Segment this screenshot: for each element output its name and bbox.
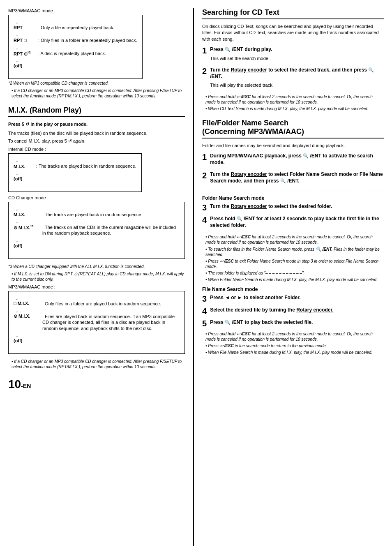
folder-bullet-1: Press and hold ↩ /ESC for at least 2 sec…: [205, 234, 384, 245]
mp3-mix-row1: □ M.I.X. : Only files in a folder are pl…: [14, 301, 161, 307]
right-column: Searching for CD Text On discs utilizing…: [193, 8, 384, 546]
cd-text-bullet-1: Press and hold ↩ /ESC for at least 2 sec…: [205, 94, 384, 105]
arrow-down-3: ↓: [14, 44, 18, 51]
folder-step4-title: Press hold 🔍 /ENT for at least 2 seconds…: [210, 216, 384, 229]
folder-step-4: 4 Press hold 🔍 /ENT for at least 2 secon…: [202, 216, 384, 231]
folder-bullet-4: The root folder is displayed as "– – – –…: [205, 270, 384, 276]
mix-title: M.I.X. (Random Play): [8, 106, 185, 117]
folder-bullet-5: When Folder Name Search is made during M…: [205, 277, 384, 282]
rpt-row-off: (off): [14, 63, 38, 68]
page-number: 10-EN: [8, 378, 185, 391]
cd-changer-diagram: ↓ M.I.X. : The tracks are played back in…: [8, 202, 185, 259]
dashed-divider: [202, 191, 384, 191]
ff-step-1: 1 During MP3/WMA/AAC playback, press 🔍 /…: [202, 153, 384, 168]
cd-text-step-1: 1 Press 🔍 /ENT during play. This will se…: [202, 46, 384, 64]
cd-text-step2-desc: This will play the selected track.: [210, 82, 384, 88]
folder-bullet-3: Press ↩ /ESC to exit Folder Name Search …: [205, 259, 384, 269]
file-folder-section: File/Folder Name Search (Concerning MP3/…: [202, 119, 384, 355]
arrow-down-4: ↓: [14, 57, 18, 63]
file-folder-intro: Folder and file names may be searched an…: [202, 143, 384, 149]
arrow-down-2: ↓: [14, 31, 18, 37]
mp3-rpt-section: MP3/WMA/AAC mode : ↓ RPT : Only a file i…: [8, 8, 185, 99]
cd-text-step1-title: Press 🔍 /ENT during play.: [210, 46, 384, 53]
cd-text-step2-title: Turn the Rotary encoder to select the de…: [210, 67, 384, 80]
file-step5-title: Press 🔍 /ENT to play back the selected f…: [210, 319, 384, 326]
footnote-2: *2 When an MP3 compatible CD changer is …: [8, 81, 185, 86]
footnote-3: *3 When a CD changer equipped with the A…: [8, 264, 185, 270]
mix-cancel-text: To cancel M.I.X. play, press 5 ↺ again.: [8, 138, 185, 144]
file-bullet-1: Press and hold ↩ /ESC for at least 2 sec…: [205, 331, 384, 342]
cd-text-step1-desc: This will set the search mode.: [210, 55, 384, 61]
file-step-5: 5 Press 🔍 /ENT to play back the selected…: [202, 319, 384, 328]
mix-section: M.I.X. (Random Play) Press 5 ↺ in the pl…: [8, 106, 185, 369]
cd-text-intro: On discs utilizing CD Text, songs can be…: [202, 23, 384, 42]
file-bullets: Press and hold ↩ /ESC for at least 2 sec…: [205, 331, 384, 355]
file-bullet-2: Press ↩ /ESC in the search mode to retur…: [205, 343, 384, 349]
internal-cd-diagram: ↓ M.I.X. : The tracks are played back in…: [8, 153, 142, 192]
mix-footnote3-bullet: If M.I.X. is set to ON during RPT ⊙ (REP…: [12, 271, 185, 282]
rpt-row-1: RPT : Only a file is repeatedly played b…: [14, 25, 114, 30]
cd-text-section: Searching for CD Text On discs utilizing…: [202, 8, 384, 111]
mix-intro-step: Press 5 ↺ in the play or pause mode.: [8, 121, 185, 127]
mix-intro-desc: The tracks (files) on the disc will be p…: [8, 130, 185, 136]
ff-step-2: 2 Turn the Rotary encoder to select Fold…: [202, 171, 384, 187]
cd-off-row: (off): [14, 243, 38, 248]
mp3-off-row: (off): [14, 338, 38, 343]
mp3-mode-label-2: MP3/WMA/AAC mode :: [8, 284, 185, 289]
folder-bullet-2: To search for files in the Folder Name S…: [205, 246, 384, 257]
internal-cd-label: Internal CD mode :: [8, 147, 185, 152]
mix-bottom-bullet: If a CD changer or an MP3 compatible CD …: [12, 359, 185, 369]
file-name-heading: File Name Search mode: [202, 286, 384, 292]
cd-mix-row1: M.I.X. : The tracks are played back in r…: [14, 212, 143, 217]
ff-step2-title: Turn the Rotary encoder to select Folder…: [210, 171, 384, 184]
rpt-footnote-bullet: If a CD changer or an MP3 compatible CD …: [12, 88, 185, 99]
left-column: MP3/WMA/AAC mode : ↓ RPT : Only a file i…: [8, 8, 185, 546]
rpt-row-3: RPT ⊙*2 : A disc is repeatedly played ba…: [14, 51, 106, 57]
folder-bullets: Press and hold ↩ /ESC for at least 2 sec…: [205, 234, 384, 282]
file-step-4: 4 Select the desired file by turning the…: [202, 307, 384, 316]
arrow-down-1: ↓: [14, 18, 18, 25]
internal-off-row: (off): [14, 176, 38, 181]
folder-step-3: 3 Turn the Rotary encoder to select the …: [202, 203, 384, 212]
mp3-mix-diagram: ↓ □ M.I.X. : Only files in a folder are …: [8, 291, 185, 354]
mp3-mode-label: MP3/WMA/AAC mode :: [8, 8, 185, 13]
rpt-footnote-bullet-item: If a CD changer or an MP3 compatible CD …: [12, 88, 185, 99]
file-step-3: 3 Press ◄ or ► to select another Folder.: [202, 295, 384, 304]
internal-mix-row: M.I.X. : The tracks are played back in r…: [14, 163, 136, 169]
cd-mix-row2: ⊙ M.I.X.*3 : The tracks on all the CDs i…: [14, 224, 180, 236]
cd-changer-label: CD Changer mode :: [8, 195, 185, 200]
cd-text-title: Searching for CD Text: [202, 8, 384, 19]
folder-name-heading: Folder Name Search mode: [202, 195, 384, 201]
folder-step3-title: Turn the Rotary encoder to select the de…: [210, 203, 384, 210]
cd-text-bullets: Press and hold ↩ /ESC for at least 2 sec…: [205, 94, 384, 111]
file-step4-title: Select the desired file by turning the R…: [210, 307, 384, 314]
rpt-row-2: RPT □ : Only files in a folder are repea…: [14, 37, 137, 43]
file-bullet-3: When File Name Search is made during M.I…: [205, 350, 384, 355]
cd-text-step-2: 2 Turn the Rotary encoder to select the …: [202, 67, 384, 90]
ff-step1-title: During MP3/WMA/AAC playback, press 🔍 /EN…: [210, 153, 384, 166]
file-folder-title: File/Folder Name Search (Concerning MP3/…: [202, 119, 384, 138]
rpt-diagram: ↓ RPT : Only a file is repeatedly played…: [8, 15, 143, 79]
mp3-mix-row2: ⊙ M.I.X. : Files are played back in rand…: [14, 314, 180, 331]
file-step3-title: Press ◄ or ► to select another Folder.: [210, 295, 384, 301]
cd-text-bullet-2: When CD Text Search is made during M.I.X…: [205, 106, 384, 111]
